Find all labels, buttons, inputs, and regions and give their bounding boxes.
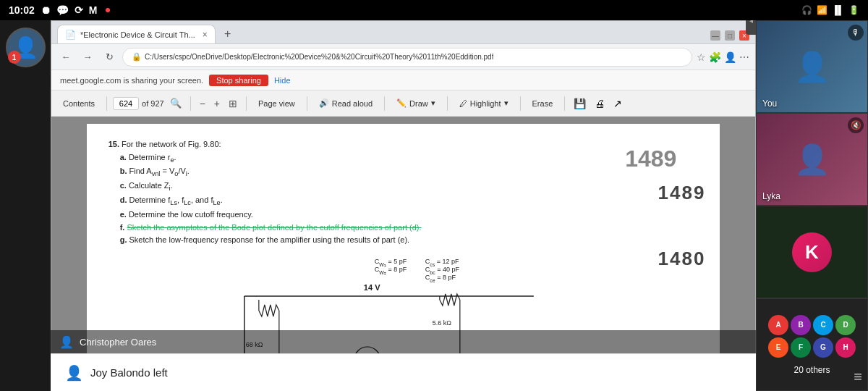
number-1480: 1480 — [658, 248, 706, 270]
notification-avatar-icon: 👤 — [65, 364, 83, 382]
hide-button[interactable]: Hide — [274, 76, 291, 85]
page-number-input[interactable] — [113, 97, 139, 110]
pdf-problem-text: 15. For the network of Fig. 9.80: a. Det… — [109, 138, 699, 247]
settings-icon[interactable]: ⋯ — [739, 51, 749, 63]
lyka-mic-icon: 🔇 — [851, 120, 861, 130]
other-avatar-1: A — [768, 315, 788, 335]
mic-mute-icon: 🎙 — [851, 28, 860, 38]
minimize-button[interactable]: — — [710, 30, 720, 41]
headphone-icon: 🎧 — [801, 5, 812, 15]
tab-label: *Electronic Device & Circuit Th... — [80, 30, 195, 39]
maximize-button[interactable]: □ — [725, 30, 735, 41]
you-mute-icon: 🎙 — [848, 25, 864, 41]
total-pages: of 927 — [142, 99, 164, 108]
page-view-button[interactable]: Page view — [252, 94, 301, 113]
separator-7 — [520, 96, 521, 111]
separator-1 — [106, 96, 107, 111]
others-avatars-grid: A B C D E F G H — [768, 315, 856, 358]
r1-symbol — [259, 305, 279, 316]
page-info: of 927 — [113, 97, 164, 110]
window-controls: — □ × — [710, 30, 749, 43]
forward-button[interactable]: → — [79, 49, 96, 66]
more-tools-icon[interactable]: ↗ — [610, 98, 625, 109]
erase-button[interactable]: Erase — [527, 94, 559, 113]
presenter-bar: 👤 Christopher Oares — [51, 330, 756, 353]
other-avatar-2: B — [791, 315, 811, 335]
dot-icon — [106, 8, 110, 12]
presenter-name: Christopher Oares — [80, 337, 156, 348]
number-overlay-area: 1489 1480 — [658, 182, 706, 270]
voltage-label: 14 V — [364, 283, 380, 292]
presenter-avatar-icon: 👤 — [59, 335, 74, 349]
contents-button[interactable]: Contents — [57, 94, 101, 113]
separator-3 — [246, 96, 247, 111]
other-avatar-6: F — [791, 337, 811, 358]
profile-icon[interactable]: 👤 — [724, 51, 736, 63]
save-icon[interactable]: 💾 — [571, 98, 589, 109]
number-1489: 1489 — [658, 182, 706, 204]
cw2-label: CW₂ = 8 pF — [375, 266, 407, 275]
record-icon: ⏺ — [41, 4, 51, 16]
item-e: e. Determine the low cutoff frequency. — [120, 209, 699, 222]
tab-close-button[interactable]: × — [203, 30, 208, 40]
highlight-icon: 🖊 — [459, 99, 467, 108]
other-avatar-4: D — [835, 315, 856, 335]
screen-share-banner: meet.google.com is sharing your screen. … — [51, 70, 755, 91]
mail-icon: M — [89, 4, 98, 16]
cce-label: Cce = 8 pF — [425, 274, 456, 283]
other-avatar-5: E — [768, 337, 788, 358]
separator-5 — [384, 96, 385, 111]
active-tab[interactable]: 📄 *Electronic Device & Circuit Th... × — [57, 25, 216, 43]
read-aloud-icon: 🔊 — [319, 98, 329, 108]
extensions-icon[interactable]: 🧩 — [709, 51, 721, 63]
zoom-in-button[interactable]: + — [211, 98, 223, 109]
lyka-avatar-icon: 👤 — [794, 143, 830, 177]
right-panel-menu-icon[interactable]: ≡ — [854, 369, 862, 385]
k-video: K — [757, 206, 867, 298]
status-bar: 10:02 ⏺ 💬 ⟳ M 🎧 📶 ▐▌ 🔋 — [0, 0, 868, 20]
other-avatar-3: C — [813, 315, 833, 335]
other-avatar-8: H — [835, 337, 856, 358]
zoom-out-button[interactable]: − — [197, 98, 208, 109]
stop-sharing-button[interactable]: Stop sharing — [209, 75, 268, 86]
address-bar: ← → ↻ 🔒 C:/Users/cspc/OneDrive/Desktop/E… — [51, 44, 755, 70]
message-icon: 💬 — [56, 4, 69, 16]
fit-button[interactable]: ⊞ — [226, 98, 240, 109]
status-bar-right: 🎧 📶 ▐▌ 🔋 — [801, 5, 859, 15]
read-aloud-button[interactable]: 🔊 Read aloud — [313, 94, 378, 113]
draw-button[interactable]: ✏️ Draw ▾ — [391, 94, 441, 113]
tab-bar: 📄 *Electronic Device & Circuit Th... × +… — [51, 21, 755, 44]
bookmark-icon[interactable]: ☆ — [697, 51, 706, 63]
others-tile: A B C D E F G H 20 others — [756, 298, 868, 391]
address-input[interactable]: 🔒 C:/Users/cspc/OneDrive/Desktop/Electro… — [122, 48, 692, 67]
back-button[interactable]: ← — [57, 49, 75, 66]
signal-icon: ▐▌ — [832, 5, 844, 15]
print-icon[interactable]: 🖨 — [592, 98, 608, 109]
user-avatar-container: 👤 1 — [6, 28, 46, 67]
address-text: C:/Users/cspc/OneDrive/Desktop/Electroni… — [145, 53, 493, 61]
refresh-button[interactable]: ↻ — [101, 49, 118, 66]
lyka-label: Lyka — [762, 191, 780, 201]
notification-bar: 👤 Joy Balondo left — [51, 353, 756, 391]
lyka-mute-icon: 🔇 — [848, 117, 864, 133]
battery-icon: 🔋 — [848, 5, 859, 15]
you-tile: 👤 You 🎙 — [756, 20, 868, 113]
other-avatar-7: G — [813, 337, 833, 358]
search-toolbar-icon[interactable]: 🔍 — [167, 98, 184, 109]
others-label: 20 others — [793, 365, 830, 375]
separator-8 — [564, 96, 565, 111]
k-tile: K — [756, 206, 868, 298]
page-number-overlay-1: 1489 — [625, 146, 676, 172]
separator-6 — [447, 96, 448, 111]
status-bar-left: 10:02 ⏺ 💬 ⟳ M — [9, 4, 110, 16]
item-a: a. Determine re. — [120, 151, 699, 166]
highlight-button[interactable]: 🖊 Highlight ▾ — [454, 94, 514, 113]
k-avatar: K — [792, 232, 832, 272]
draw-icon: ✏️ — [396, 98, 407, 108]
separator-4 — [307, 96, 307, 111]
lock-icon: 🔒 — [132, 52, 142, 62]
item-b: b. Find Avnl = Vo/Vi. — [120, 165, 699, 180]
new-tab-button[interactable]: + — [218, 25, 237, 43]
k-initial: K — [805, 241, 819, 264]
item-g: g. Sketch the low-frequency response for… — [120, 234, 699, 247]
